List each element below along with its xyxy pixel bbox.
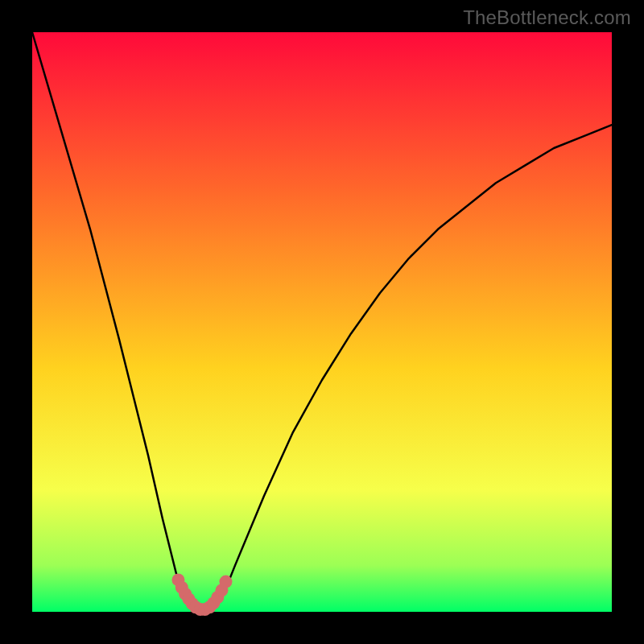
watermark-text: TheBottleneck.com (463, 6, 631, 29)
bottleneck-curve (32, 32, 612, 612)
chart-svg (32, 32, 612, 612)
outer-frame: TheBottleneck.com (0, 0, 644, 644)
valley-markers (171, 573, 232, 616)
valley-marker (219, 576, 232, 588)
